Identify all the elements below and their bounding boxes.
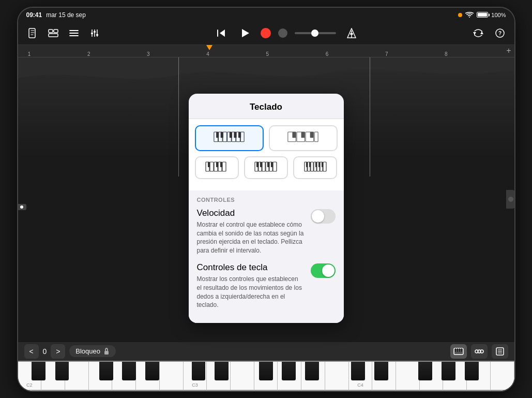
tracks-button[interactable] [66, 25, 82, 41]
keyboard-option-sm3-icon [304, 161, 327, 174]
svg-marker-19 [480, 32, 483, 34]
svg-rect-75 [311, 162, 313, 171]
battery-fill [478, 13, 487, 17]
svg-rect-59 [222, 162, 226, 171]
svg-marker-20 [473, 32, 476, 35]
velocidad-desc: Mostrar el control que establece cómo ca… [197, 220, 305, 255]
svg-rect-53 [301, 132, 305, 138]
controles-tecla-desc: Mostrar los controles que establecen el … [197, 275, 305, 309]
keyboard-option-wide[interactable] [269, 125, 338, 151]
svg-rect-47 [238, 132, 241, 138]
tempo-slider-thumb [311, 30, 318, 37]
ruler-mark-4: 4 [206, 51, 209, 57]
orange-dot [458, 13, 462, 17]
svg-rect-11 [94, 31, 96, 33]
ruler-mark-3: 3 [147, 51, 150, 57]
ruler: 1 2 3 4 5 6 7 8 + [18, 45, 514, 57]
keyboard-option-sm2[interactable] [244, 156, 288, 179]
svg-rect-38 [223, 132, 227, 142]
status-date: mar 15 de sep [46, 11, 86, 19]
ruler-mark-8: 8 [445, 51, 448, 57]
svg-rect-2 [54, 30, 58, 33]
svg-rect-62 [220, 162, 222, 167]
svg-rect-54 [310, 132, 314, 138]
keyboard-option-wide-icon [287, 131, 318, 145]
loop-button[interactable] [470, 25, 487, 41]
svg-rect-82 [315, 162, 317, 167]
svg-rect-12 [96, 34, 98, 36]
keyboard-option-full[interactable] [195, 125, 264, 151]
controls-section: CONTROLES Velocidad Mostrar el control q… [189, 190, 344, 323]
tempo-slider[interactable] [295, 32, 336, 34]
svg-rect-84 [322, 162, 323, 167]
controles-tecla-toggle[interactable] [311, 263, 336, 278]
svg-rect-0 [29, 28, 35, 38]
svg-rect-1 [49, 30, 53, 33]
battery-icon [477, 12, 488, 18]
svg-rect-81 [309, 162, 311, 167]
svg-rect-70 [260, 162, 262, 167]
svg-rect-42 [240, 132, 244, 142]
main-area: < 0 > Bloqueo [18, 57, 514, 391]
add-track-button[interactable]: + [506, 46, 511, 55]
velocidad-row: Velocidad Mostrar el control que estable… [197, 208, 336, 255]
controles-tecla-name: Controles de tecla [197, 262, 305, 273]
svg-text:?: ? [498, 31, 501, 36]
svg-rect-45 [230, 132, 232, 138]
ruler-mark-7: 7 [385, 51, 388, 57]
svg-rect-10 [91, 33, 93, 34]
svg-rect-13 [217, 30, 218, 37]
play-button[interactable] [237, 25, 253, 41]
keyboard-option-full-icon [214, 131, 245, 145]
keyboard-row-1 [195, 125, 338, 151]
svg-rect-18 [350, 33, 353, 35]
svg-marker-15 [242, 29, 249, 37]
ruler-marks: 1 2 3 4 5 6 7 8 [18, 45, 514, 57]
status-time: 09:41 [26, 11, 42, 19]
velocidad-name: Velocidad [197, 208, 305, 218]
svg-rect-56 [210, 162, 214, 171]
svg-rect-69 [256, 162, 259, 167]
view-toggle-button[interactable] [45, 25, 62, 41]
toolbar-right: ? [470, 25, 508, 41]
rewind-button[interactable] [213, 25, 230, 41]
count-in-button[interactable] [278, 28, 287, 38]
velocidad-toggle[interactable] [311, 209, 336, 224]
svg-rect-71 [267, 162, 269, 167]
svg-rect-60 [208, 162, 210, 167]
svg-rect-3 [49, 34, 58, 37]
popup-overlay: Teclado [18, 57, 514, 391]
new-document-button[interactable] [24, 25, 41, 41]
controls-label: CONTROLES [197, 197, 336, 203]
svg-rect-79 [323, 162, 326, 171]
svg-rect-51 [314, 132, 318, 142]
playhead [206, 45, 212, 50]
svg-rect-52 [292, 132, 296, 138]
controles-tecla-info: Controles de tecla Mostrar los controles… [197, 262, 305, 309]
svg-marker-14 [220, 30, 225, 37]
keyboard-option-sm1-icon [205, 161, 228, 174]
keyboard-row-2 [195, 156, 338, 179]
svg-rect-44 [221, 132, 223, 138]
battery-percent: 100% [491, 12, 506, 18]
keyboard-option-sm3[interactable] [293, 156, 337, 179]
svg-rect-46 [234, 132, 236, 138]
keyboard-option-sm1[interactable] [195, 156, 239, 179]
mixer-button[interactable] [86, 25, 103, 41]
svg-rect-83 [318, 162, 320, 167]
velocidad-info: Velocidad Mostrar el control que estable… [197, 208, 305, 255]
metronome-button[interactable] [343, 25, 360, 41]
toolbar: ? [18, 22, 514, 45]
svg-rect-61 [216, 162, 218, 167]
ruler-mark-6: 6 [326, 51, 329, 57]
help-button[interactable]: ? [492, 25, 508, 41]
status-right: 100% [458, 12, 506, 18]
record-button[interactable] [261, 28, 271, 38]
keyboard-options [189, 119, 344, 190]
keyboard-settings-popup: Teclado [189, 94, 344, 323]
svg-rect-72 [271, 162, 273, 167]
ruler-mark-5: 5 [266, 51, 269, 57]
svg-rect-65 [262, 162, 265, 171]
svg-rect-43 [216, 132, 219, 138]
status-bar: 09:41 mar 15 de sep 100% [18, 8, 514, 22]
